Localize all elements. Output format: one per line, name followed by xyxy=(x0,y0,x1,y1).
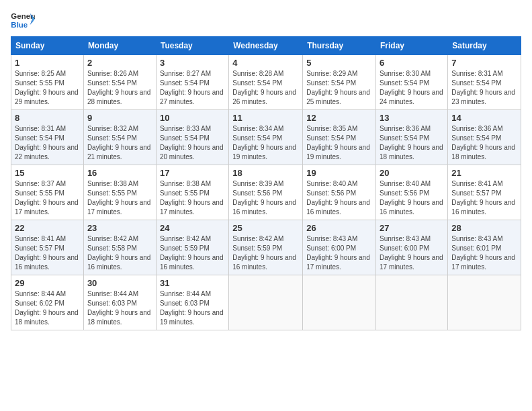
calendar-day-cell xyxy=(229,275,303,330)
day-number: 13 xyxy=(380,113,444,123)
daylight-text: Daylight: 9 hours and 17 minutes. xyxy=(87,198,152,217)
sunset-text: Sunset: 5:54 PM xyxy=(160,134,225,143)
calendar-day-cell: 24 Sunrise: 8:42 AM Sunset: 5:59 PM Dayl… xyxy=(156,220,228,275)
calendar-day-cell: 15 Sunrise: 8:37 AM Sunset: 5:55 PM Dayl… xyxy=(11,165,84,220)
calendar-day-cell: 6 Sunrise: 8:30 AM Sunset: 5:54 PM Dayli… xyxy=(376,55,448,110)
daylight-text: Daylight: 9 hours and 17 minutes. xyxy=(380,253,444,272)
day-info: Sunrise: 8:31 AM Sunset: 5:54 PM Dayligh… xyxy=(15,124,80,162)
daylight-text: Daylight: 9 hours and 16 minutes. xyxy=(87,253,152,272)
day-number: 8 xyxy=(15,113,80,123)
sunrise-text: Sunrise: 8:42 AM xyxy=(87,234,152,244)
calendar-day-cell: 4 Sunrise: 8:28 AM Sunset: 5:54 PM Dayli… xyxy=(229,55,303,110)
day-number: 28 xyxy=(451,223,517,233)
sunset-text: Sunset: 6:03 PM xyxy=(160,299,225,308)
daylight-text: Daylight: 9 hours and 18 minutes. xyxy=(380,143,444,162)
day-number: 30 xyxy=(87,278,152,288)
calendar-day-cell: 2 Sunrise: 8:26 AM Sunset: 5:54 PM Dayli… xyxy=(83,55,156,110)
day-number: 11 xyxy=(232,113,299,123)
calendar-day-cell: 31 Sunrise: 8:44 AM Sunset: 6:03 PM Dayl… xyxy=(156,275,228,330)
calendar-day-cell: 28 Sunrise: 8:43 AM Sunset: 6:01 PM Dayl… xyxy=(448,220,521,275)
sunrise-text: Sunrise: 8:42 AM xyxy=(232,234,299,244)
day-number: 23 xyxy=(87,223,152,233)
day-info: Sunrise: 8:43 AM Sunset: 6:00 PM Dayligh… xyxy=(306,234,372,272)
day-number: 27 xyxy=(380,223,444,233)
day-info: Sunrise: 8:36 AM Sunset: 5:54 PM Dayligh… xyxy=(380,124,444,162)
weekday-header-cell: Friday xyxy=(376,37,448,55)
sunrise-text: Sunrise: 8:44 AM xyxy=(160,289,225,299)
day-number: 6 xyxy=(380,58,444,68)
day-info: Sunrise: 8:26 AM Sunset: 5:54 PM Dayligh… xyxy=(87,69,152,107)
day-info: Sunrise: 8:34 AM Sunset: 5:54 PM Dayligh… xyxy=(232,124,299,162)
weekday-header-cell: Saturday xyxy=(448,37,521,55)
day-info: Sunrise: 8:41 AM Sunset: 5:57 PM Dayligh… xyxy=(15,234,80,272)
sunset-text: Sunset: 5:54 PM xyxy=(380,79,444,88)
day-number: 12 xyxy=(306,113,372,123)
sunrise-text: Sunrise: 8:32 AM xyxy=(87,124,152,134)
calendar-day-cell: 9 Sunrise: 8:32 AM Sunset: 5:54 PM Dayli… xyxy=(83,110,156,165)
calendar-day-cell: 10 Sunrise: 8:33 AM Sunset: 5:54 PM Dayl… xyxy=(156,110,228,165)
daylight-text: Daylight: 9 hours and 16 minutes. xyxy=(232,253,299,272)
calendar-day-cell: 18 Sunrise: 8:39 AM Sunset: 5:56 PM Dayl… xyxy=(229,165,303,220)
daylight-text: Daylight: 9 hours and 19 minutes. xyxy=(232,143,299,162)
daylight-text: Daylight: 9 hours and 27 minutes. xyxy=(160,88,225,107)
calendar-day-cell: 17 Sunrise: 8:38 AM Sunset: 5:55 PM Dayl… xyxy=(156,165,228,220)
sunrise-text: Sunrise: 8:26 AM xyxy=(87,69,152,79)
calendar-week-row: 8 Sunrise: 8:31 AM Sunset: 5:54 PM Dayli… xyxy=(11,110,521,165)
calendar-day-cell: 5 Sunrise: 8:29 AM Sunset: 5:54 PM Dayli… xyxy=(303,55,376,110)
day-number: 2 xyxy=(87,58,152,68)
sunset-text: Sunset: 5:54 PM xyxy=(160,79,225,88)
page-header: General Blue xyxy=(11,11,521,31)
calendar-day-cell: 11 Sunrise: 8:34 AM Sunset: 5:54 PM Dayl… xyxy=(229,110,303,165)
day-info: Sunrise: 8:38 AM Sunset: 5:55 PM Dayligh… xyxy=(87,179,152,217)
sunset-text: Sunset: 5:57 PM xyxy=(451,189,517,198)
calendar-day-cell: 19 Sunrise: 8:40 AM Sunset: 5:56 PM Dayl… xyxy=(303,165,376,220)
calendar-body: 1 Sunrise: 8:25 AM Sunset: 5:55 PM Dayli… xyxy=(11,55,521,330)
day-number: 5 xyxy=(306,58,372,68)
day-info: Sunrise: 8:25 AM Sunset: 5:55 PM Dayligh… xyxy=(15,69,80,107)
sunrise-text: Sunrise: 8:41 AM xyxy=(451,179,517,189)
day-number: 10 xyxy=(160,113,225,123)
sunrise-text: Sunrise: 8:25 AM xyxy=(15,69,80,79)
sunset-text: Sunset: 6:01 PM xyxy=(451,244,517,253)
sunrise-text: Sunrise: 8:36 AM xyxy=(380,124,444,134)
sunrise-text: Sunrise: 8:43 AM xyxy=(306,234,372,244)
daylight-text: Daylight: 9 hours and 21 minutes. xyxy=(87,143,152,162)
sunrise-text: Sunrise: 8:29 AM xyxy=(306,69,372,79)
weekday-header-cell: Thursday xyxy=(303,37,376,55)
calendar-day-cell: 27 Sunrise: 8:43 AM Sunset: 6:00 PM Dayl… xyxy=(376,220,448,275)
sunset-text: Sunset: 5:54 PM xyxy=(232,134,299,143)
day-info: Sunrise: 8:39 AM Sunset: 5:56 PM Dayligh… xyxy=(232,179,299,217)
day-info: Sunrise: 8:31 AM Sunset: 5:54 PM Dayligh… xyxy=(451,69,517,107)
sunrise-text: Sunrise: 8:41 AM xyxy=(15,234,80,244)
sunset-text: Sunset: 5:55 PM xyxy=(15,79,80,88)
daylight-text: Daylight: 9 hours and 17 minutes. xyxy=(306,253,372,272)
day-info: Sunrise: 8:30 AM Sunset: 5:54 PM Dayligh… xyxy=(380,69,444,107)
day-number: 19 xyxy=(306,168,372,178)
sunset-text: Sunset: 5:54 PM xyxy=(87,134,152,143)
calendar-day-cell: 30 Sunrise: 8:44 AM Sunset: 6:03 PM Dayl… xyxy=(83,275,156,330)
sunrise-text: Sunrise: 8:37 AM xyxy=(15,179,80,189)
sunset-text: Sunset: 5:55 PM xyxy=(15,189,80,198)
calendar-week-row: 15 Sunrise: 8:37 AM Sunset: 5:55 PM Dayl… xyxy=(11,165,521,220)
daylight-text: Daylight: 9 hours and 20 minutes. xyxy=(160,143,225,162)
sunset-text: Sunset: 5:56 PM xyxy=(380,189,444,198)
daylight-text: Daylight: 9 hours and 16 minutes. xyxy=(380,198,444,217)
day-info: Sunrise: 8:36 AM Sunset: 5:54 PM Dayligh… xyxy=(451,124,517,162)
day-number: 1 xyxy=(15,58,80,68)
logo-icon: General Blue xyxy=(11,11,35,31)
sunrise-text: Sunrise: 8:27 AM xyxy=(160,69,225,79)
daylight-text: Daylight: 9 hours and 18 minutes. xyxy=(451,143,517,162)
calendar-week-row: 29 Sunrise: 8:44 AM Sunset: 6:02 PM Dayl… xyxy=(11,275,521,330)
daylight-text: Daylight: 9 hours and 16 minutes. xyxy=(15,253,80,272)
weekday-header-cell: Tuesday xyxy=(156,37,228,55)
sunset-text: Sunset: 5:54 PM xyxy=(380,134,444,143)
calendar-day-cell: 14 Sunrise: 8:36 AM Sunset: 5:54 PM Dayl… xyxy=(448,110,521,165)
sunset-text: Sunset: 5:54 PM xyxy=(306,134,372,143)
calendar-day-cell: 7 Sunrise: 8:31 AM Sunset: 5:54 PM Dayli… xyxy=(448,55,521,110)
sunrise-text: Sunrise: 8:43 AM xyxy=(380,234,444,244)
sunset-text: Sunset: 6:00 PM xyxy=(306,244,372,253)
day-info: Sunrise: 8:35 AM Sunset: 5:54 PM Dayligh… xyxy=(306,124,372,162)
daylight-text: Daylight: 9 hours and 16 minutes. xyxy=(232,198,299,217)
calendar-day-cell xyxy=(303,275,376,330)
daylight-text: Daylight: 9 hours and 23 minutes. xyxy=(451,88,517,107)
